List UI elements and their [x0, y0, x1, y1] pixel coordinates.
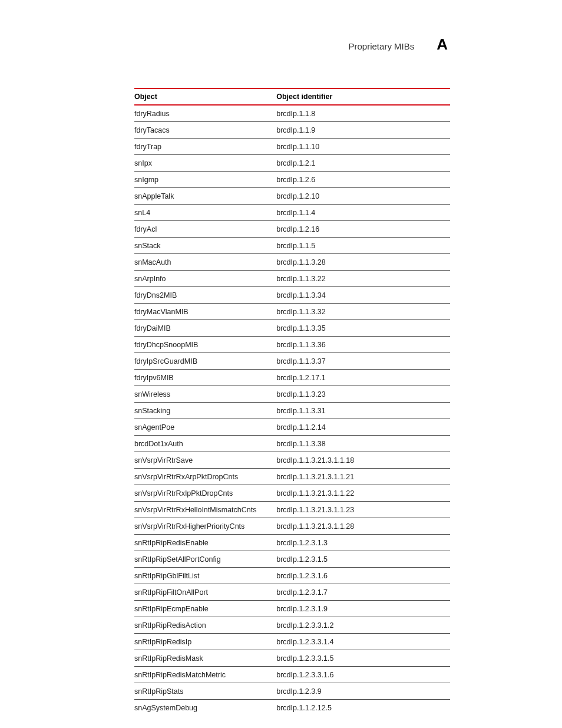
table-row: fdryDhcpSnoopMIBbrcdIp.1.1.3.36	[134, 337, 450, 353]
cell-identifier: brcdIp.1.1.2.12.5	[276, 700, 450, 716]
cell-object: snVsrpVirRtrRxIpPktDropCnts	[134, 485, 276, 502]
table-row: snWirelessbrcdIp.1.1.3.23	[134, 386, 450, 403]
cell-identifier: brcdIp.1.1.3.34	[276, 287, 450, 304]
table-row: fdryDns2MIBbrcdIp.1.1.3.34	[134, 287, 450, 304]
table-row: snRtIpRipEcmpEnablebrcdIp.1.2.3.1.9	[134, 601, 450, 617]
col-header-identifier: Object identifier	[276, 88, 450, 105]
table-row: snAgSystemDebugbrcdIp.1.1.2.12.5	[134, 700, 450, 716]
cell-object: snStack	[134, 238, 276, 254]
cell-identifier: brcdIp.1.1.3.22	[276, 271, 450, 287]
cell-identifier: brcdIp.1.1.5	[276, 238, 450, 254]
cell-identifier: brcdIp.1.1.3.38	[276, 436, 450, 452]
table-row: fdryTacacsbrcdIp.1.1.9	[134, 122, 450, 139]
page-title: Proprietary MIBs	[349, 41, 415, 51]
table-row: snL4brcdIp.1.1.4	[134, 205, 450, 221]
cell-identifier: brcdIp.1.1.3.31	[276, 403, 450, 419]
cell-identifier: brcdIp.1.2.3.1.7	[276, 584, 450, 601]
cell-identifier: brcdIp.1.1.2.14	[276, 419, 450, 436]
cell-identifier: brcdIp.1.1.3.21.3.1.1.22	[276, 485, 450, 502]
page-header: Proprietary MIBs A	[134, 35, 450, 54]
cell-identifier: brcdIp.1.1.3.21.3.1.1.23	[276, 502, 450, 518]
cell-identifier: brcdIp.1.2.16	[276, 221, 450, 238]
table-header-row: Object Object identifier	[134, 88, 450, 105]
table-row: snIgmpbrcdIp.1.2.6	[134, 172, 450, 188]
table-row: snVsrpVirRtrRxArpPktDropCntsbrcdIp.1.1.3…	[134, 469, 450, 485]
table-row: snRtIpRipGblFiltListbrcdIp.1.2.3.1.6	[134, 568, 450, 584]
table-row: snArpInfobrcdIp.1.1.3.22	[134, 271, 450, 287]
cell-object: fdryIpSrcGuardMIB	[134, 353, 276, 370]
cell-object: snWireless	[134, 386, 276, 403]
cell-identifier: brcdIp.1.1.3.21.3.1.1.28	[276, 518, 450, 535]
cell-identifier: brcdIp.1.1.3.35	[276, 320, 450, 337]
table-row: snVsrpVirRtrRxHigherPriorityCntsbrcdIp.1…	[134, 518, 450, 535]
cell-object: fdryTacacs	[134, 122, 276, 139]
table-row: brcdDot1xAuthbrcdIp.1.1.3.38	[134, 436, 450, 452]
cell-identifier: brcdIp.1.1.3.21.3.1.1.21	[276, 469, 450, 485]
cell-identifier: brcdIp.1.1.3.37	[276, 353, 450, 370]
cell-identifier: brcdIp.1.2.3.1.5	[276, 551, 450, 568]
cell-identifier: brcdIp.1.1.3.28	[276, 254, 450, 271]
table-row: snStackbrcdIp.1.1.5	[134, 238, 450, 254]
cell-object: snAgSystemDebug	[134, 700, 276, 716]
cell-identifier: brcdIp.1.1.4	[276, 205, 450, 221]
cell-object: snRtIpRipRedisMatchMetric	[134, 667, 276, 683]
cell-identifier: brcdIp.1.1.9	[276, 122, 450, 139]
table-row: snMacAuthbrcdIp.1.1.3.28	[134, 254, 450, 271]
table-row: snVsrpVirRtrRxIpPktDropCntsbrcdIp.1.1.3.…	[134, 485, 450, 502]
table-row: snRtIpRipStatsbrcdIp.1.2.3.9	[134, 683, 450, 700]
table-row: fdryIpv6MIBbrcdIp.1.2.17.1	[134, 370, 450, 386]
cell-object: snAppleTalk	[134, 188, 276, 205]
appendix-letter: A	[437, 35, 448, 54]
cell-object: snRtIpRipGblFiltList	[134, 568, 276, 584]
cell-object: snRtIpRipRedisMask	[134, 650, 276, 667]
cell-object: snMacAuth	[134, 254, 276, 271]
cell-object: fdryDhcpSnoopMIB	[134, 337, 276, 353]
table-row: snRtIpRipSetAllPortConfigbrcdIp.1.2.3.1.…	[134, 551, 450, 568]
cell-object: brcdDot1xAuth	[134, 436, 276, 452]
cell-object: fdryMacVlanMIB	[134, 304, 276, 320]
cell-identifier: brcdIp.1.2.3.9	[276, 683, 450, 700]
table-row: snRtIpRipRedisIpbrcdIp.1.2.3.3.1.4	[134, 634, 450, 650]
cell-object: snVsrpVirRtrRxHigherPriorityCnts	[134, 518, 276, 535]
cell-object: snIpx	[134, 155, 276, 172]
cell-object: snRtIpRipStats	[134, 683, 276, 700]
cell-object: snAgentPoe	[134, 419, 276, 436]
table-row: snIpxbrcdIp.1.2.1	[134, 155, 450, 172]
table-row: fdryIpSrcGuardMIBbrcdIp.1.1.3.37	[134, 353, 450, 370]
cell-identifier: brcdIp.1.2.1	[276, 155, 450, 172]
table-row: fdryTrapbrcdIp.1.1.10	[134, 139, 450, 155]
cell-object: snRtIpRipFiltOnAllPort	[134, 584, 276, 601]
cell-object: snVsrpVirRtrSave	[134, 452, 276, 469]
cell-object: fdryDns2MIB	[134, 287, 276, 304]
cell-object: fdryIpv6MIB	[134, 370, 276, 386]
cell-object: snVsrpVirRtrRxArpPktDropCnts	[134, 469, 276, 485]
cell-object: snRtIpRipRedisEnable	[134, 535, 276, 551]
cell-object: fdryTrap	[134, 139, 276, 155]
table-row: snAgentPoebrcdIp.1.1.2.14	[134, 419, 450, 436]
cell-object: snArpInfo	[134, 271, 276, 287]
table-row: fdryRadiusbrcdIp.1.1.8	[134, 105, 450, 122]
cell-identifier: brcdIp.1.1.3.36	[276, 337, 450, 353]
cell-identifier: brcdIp.1.2.3.1.6	[276, 568, 450, 584]
cell-identifier: brcdIp.1.2.10	[276, 188, 450, 205]
table-row: snStackingbrcdIp.1.1.3.31	[134, 403, 450, 419]
table-row: fdryMacVlanMIBbrcdIp.1.1.3.32	[134, 304, 450, 320]
cell-identifier: brcdIp.1.2.6	[276, 172, 450, 188]
cell-identifier: brcdIp.1.1.8	[276, 105, 450, 122]
cell-identifier: brcdIp.1.2.3.1.9	[276, 601, 450, 617]
table-row: snVsrpVirRtrRxHelloIntMismatchCntsbrcdIp…	[134, 502, 450, 518]
col-header-object: Object	[134, 88, 276, 105]
cell-identifier: brcdIp.1.1.10	[276, 139, 450, 155]
cell-identifier: brcdIp.1.2.3.3.1.6	[276, 667, 450, 683]
cell-object: snVsrpVirRtrRxHelloIntMismatchCnts	[134, 502, 276, 518]
cell-identifier: brcdIp.1.2.17.1	[276, 370, 450, 386]
table-row: fdryDaiMIBbrcdIp.1.1.3.35	[134, 320, 450, 337]
table-row: snRtIpRipRedisMaskbrcdIp.1.2.3.3.1.5	[134, 650, 450, 667]
table-row: snRtIpRipRedisEnablebrcdIp.1.2.3.1.3	[134, 535, 450, 551]
table-row: snRtIpRipRedisActionbrcdIp.1.2.3.3.1.2	[134, 617, 450, 634]
cell-identifier: brcdIp.1.1.3.32	[276, 304, 450, 320]
cell-identifier: brcdIp.1.1.3.23	[276, 386, 450, 403]
cell-identifier: brcdIp.1.2.3.1.3	[276, 535, 450, 551]
cell-object: snRtIpRipRedisIp	[134, 634, 276, 650]
cell-object: snIgmp	[134, 172, 276, 188]
